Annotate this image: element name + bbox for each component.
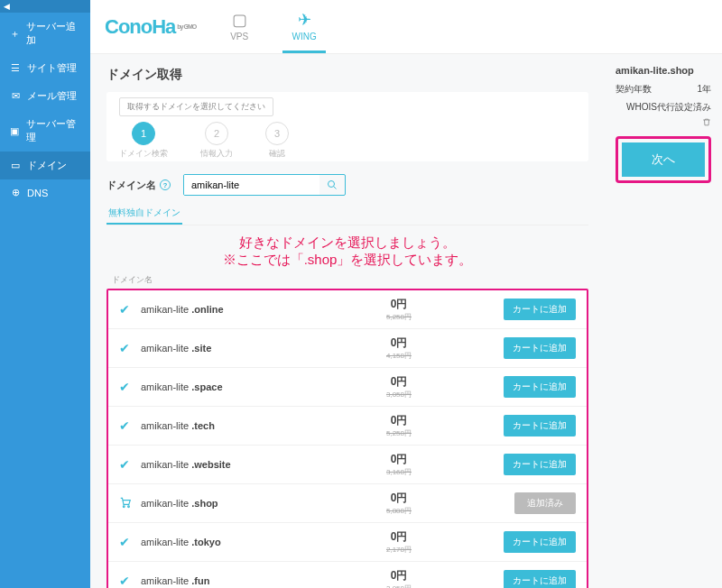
tab-label: WING (292, 32, 317, 41)
domain-row: ✔amikan-lite .website0円3,168円カートに追加 (108, 446, 587, 484)
sidebar-icon: ⊕ (9, 187, 22, 198)
domain-row: ✔amikan-lite .online0円5,258円カートに追加 (108, 290, 587, 329)
price-col: 0円5,808円 (301, 491, 496, 516)
sidebar-item-label: ドメイン (27, 159, 67, 172)
tab-wing[interactable]: ✈WING (282, 0, 326, 53)
content: ドメイン取得 取得するドメインを選択してください 1ドメイン検索2情報入力3確認… (90, 54, 605, 588)
price: 0円 (301, 297, 496, 312)
tab-vps[interactable]: ▢VPS (218, 0, 261, 53)
add-to-cart-button[interactable]: カートに追加 (504, 415, 576, 436)
svg-point-2 (123, 505, 125, 507)
domain-name: amikan-lite .fun (141, 575, 294, 586)
domain-row: ✔amikan-lite .tech0円5,258円カートに追加 (108, 407, 587, 446)
page-title: ドメイン取得 (106, 67, 588, 83)
sidebar-item-3[interactable]: ▣サーバー管理 (0, 110, 90, 152)
search-row: ドメイン名 ? (106, 174, 588, 196)
add-to-cart-button[interactable]: カートに追加 (504, 376, 576, 398)
tab-icon: ▢ (232, 10, 247, 30)
domain-name: amikan-lite .tokyo (141, 537, 294, 547)
price-col: 0円3,058円 (301, 568, 496, 588)
step-2: 2情報入力 (200, 122, 233, 160)
check-icon: ✔ (119, 380, 134, 394)
summary-panel: amikan-lite.shop 契約年数 1年 WHOIS代行設定済み 次へ (605, 54, 722, 588)
summary-term-label: 契約年数 (616, 83, 652, 96)
sidebar-icon: ＋ (9, 27, 21, 41)
cart-icon (119, 496, 134, 511)
domain-list: ✔amikan-lite .online0円5,258円カートに追加✔amika… (106, 289, 588, 588)
domain-row: ✔amikan-lite .fun0円3,058円カートに追加 (108, 562, 587, 588)
domain-name: amikan-lite .online (141, 304, 294, 315)
sidebar-collapse[interactable]: ◀ (0, 0, 90, 13)
step-bubble: 2 (205, 122, 228, 145)
add-to-cart-button[interactable]: カートに追加 (504, 570, 576, 588)
logo: ConoHa by GMO (105, 0, 196, 53)
check-icon: ✔ (119, 302, 134, 317)
original-price: 5,258円 (301, 428, 496, 438)
sidebar-item-label: メール管理 (27, 89, 77, 103)
domain-name: amikan-lite .website (141, 459, 294, 470)
sidebar-item-4[interactable]: ▭ドメイン (0, 152, 90, 179)
instruction: 取得するドメインを選択してください (119, 97, 273, 116)
list-header-row: ドメイン名 (106, 274, 588, 289)
original-price: 3,058円 (301, 390, 496, 400)
original-price: 3,168円 (301, 467, 496, 477)
add-to-cart-button[interactable]: カートに追加 (504, 299, 576, 320)
step-3: 3確認 (265, 122, 289, 160)
annotation-line1: 好きなドメインを選択しましょう。 (239, 234, 456, 250)
original-price: 5,258円 (301, 312, 496, 322)
price: 0円 (301, 335, 496, 351)
price-col: 0円3,168円 (301, 452, 496, 477)
list-header-domain: ドメイン名 (112, 274, 153, 286)
domain-name: amikan-lite .space (141, 381, 294, 392)
price: 0円 (301, 452, 496, 467)
logo-sub: by GMO (177, 23, 196, 30)
step-bubble: 1 (132, 122, 155, 145)
domain-row: amikan-lite .shop0円5,808円追加済み (108, 484, 587, 523)
logo-text: ConoHa (105, 15, 175, 39)
next-button[interactable]: 次へ (622, 142, 705, 177)
summary-domain: amikan-lite.shop (616, 65, 711, 76)
add-to-cart-button[interactable]: カートに追加 (504, 531, 576, 553)
help-icon[interactable]: ? (160, 179, 171, 190)
sidebar: ◀ ＋サーバー追加☰サイト管理✉メール管理▣サーバー管理▭ドメイン⊕DNS (0, 0, 90, 588)
search-box (183, 174, 346, 196)
sidebar-item-2[interactable]: ✉メール管理 (0, 82, 90, 110)
domain-name: amikan-lite .tech (141, 420, 294, 431)
sidebar-icon: ☰ (9, 62, 22, 74)
svg-point-3 (128, 505, 130, 507)
search-input[interactable] (184, 175, 319, 195)
sidebar-icon: ✉ (9, 90, 22, 102)
added-button: 追加済み (514, 492, 576, 514)
sidebar-item-0[interactable]: ＋サーバー追加 (0, 13, 90, 54)
step-bubble: 3 (265, 122, 289, 145)
add-to-cart-button[interactable]: カートに追加 (504, 454, 576, 475)
trash-icon[interactable] (616, 117, 711, 129)
price-col: 0円4,158円 (301, 335, 496, 361)
step-label: 確認 (269, 148, 285, 160)
step-label: ドメイン検索 (119, 148, 168, 160)
check-icon: ✔ (119, 418, 134, 433)
sidebar-item-1[interactable]: ☰サイト管理 (0, 54, 90, 82)
price: 0円 (301, 413, 496, 428)
steps: 1ドメイン検索2情報入力3確認 (119, 122, 576, 160)
add-to-cart-button[interactable]: カートに追加 (504, 337, 576, 359)
step-card: 取得するドメインを選択してください 1ドメイン検索2情報入力3確認 (106, 92, 588, 161)
sidebar-item-label: サイト管理 (27, 61, 77, 75)
price: 0円 (301, 529, 496, 545)
sidebar-icon: ▣ (9, 125, 21, 137)
step-label: 情報入力 (200, 148, 233, 160)
check-icon: ✔ (119, 574, 134, 588)
top-tabs: ▢VPS✈WING (218, 0, 326, 53)
sidebar-item-label: DNS (27, 188, 48, 198)
domain-name: amikan-lite .site (141, 343, 294, 354)
subtab-free-domain[interactable]: 無料独自ドメイン (106, 203, 182, 225)
domain-row: ✔amikan-lite .space0円3,058円カートに追加 (108, 368, 587, 407)
price: 0円 (301, 568, 496, 583)
search-button[interactable] (319, 179, 345, 190)
sidebar-icon: ▭ (9, 160, 22, 171)
domain-row: ✔amikan-lite .site0円4,158円カートに追加 (108, 329, 587, 368)
price-col: 0円5,258円 (301, 413, 496, 438)
price: 0円 (301, 491, 496, 506)
sidebar-item-5[interactable]: ⊕DNS (0, 179, 90, 206)
check-icon: ✔ (119, 535, 134, 549)
